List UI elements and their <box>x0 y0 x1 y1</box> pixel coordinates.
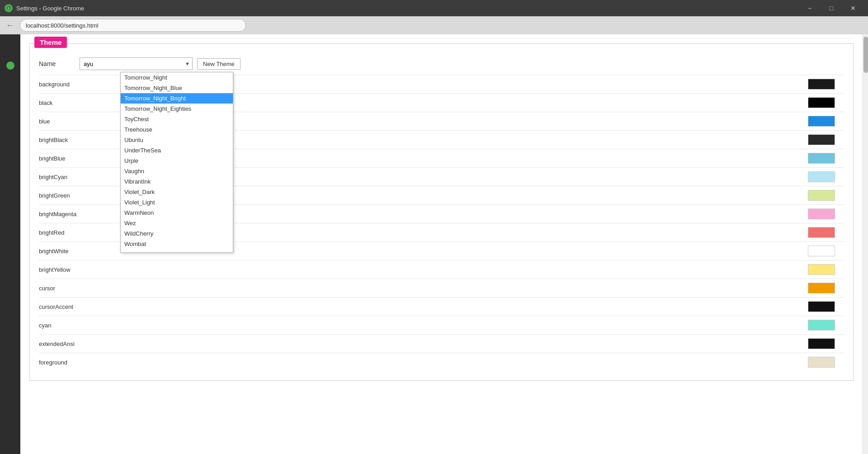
color-swatch[interactable] <box>808 264 835 275</box>
sidebar-strip <box>0 34 20 454</box>
top-spacer <box>29 34 854 39</box>
dropdown-item[interactable]: Vaughn <box>121 166 233 176</box>
dropdown-item[interactable]: Wombat <box>121 239 233 249</box>
color-row-label: background <box>39 81 129 88</box>
theme-select-value: ayu <box>84 61 93 67</box>
title-bar: S Settings - Google Chrome − □ ✕ <box>0 0 868 16</box>
color-row-label: brightBlack <box>39 137 129 143</box>
color-swatch[interactable] <box>808 208 835 219</box>
dropdown-item[interactable]: WildCherry <box>121 228 233 239</box>
window-title: Settings - Google Chrome <box>16 5 84 12</box>
new-theme-button[interactable]: New Theme <box>197 58 241 70</box>
color-row: cursor <box>39 279 844 297</box>
color-swatch[interactable] <box>808 190 835 201</box>
color-row-label: brightBlue <box>39 155 129 162</box>
dropdown-item[interactable]: Violet_Dark <box>121 187 233 197</box>
dropdown-item[interactable]: Urple <box>121 156 233 166</box>
color-swatch[interactable] <box>808 79 835 90</box>
color-swatch[interactable] <box>808 116 835 127</box>
sidebar-app-icon <box>6 61 14 70</box>
svg-text:S: S <box>7 6 9 10</box>
url-input[interactable] <box>20 19 246 32</box>
color-row-label: cyan <box>39 322 129 329</box>
dropdown-item[interactable]: WarmNeon <box>121 208 233 218</box>
color-row: brightYellow <box>39 260 844 279</box>
theme-section-label: Theme <box>34 37 67 48</box>
theme-dropdown: Tomorrow_NightTomorrow_Night_BlueTomorro… <box>120 72 233 253</box>
dropdown-item[interactable]: Tomorrow_Night_Blue <box>121 83 233 93</box>
dropdown-item[interactable]: Tomorrow_Night_Bright <box>121 93 233 104</box>
color-swatch[interactable] <box>808 338 835 349</box>
color-swatch[interactable] <box>808 320 835 331</box>
theme-select-display[interactable]: ayu <box>80 57 193 70</box>
color-row-label: extendedAnsi <box>39 340 129 347</box>
color-row-label: cursor <box>39 285 129 292</box>
color-row: foreground <box>39 353 844 371</box>
dropdown-item[interactable]: Wez <box>121 218 233 228</box>
color-swatch[interactable] <box>808 97 835 108</box>
name-row: Name ayu ▼ Tomorrow_NightTomorrow_Night_… <box>39 57 844 70</box>
color-row-label: brightYellow <box>39 266 129 273</box>
color-swatch[interactable] <box>808 153 835 164</box>
color-swatch[interactable] <box>808 227 835 238</box>
theme-select-wrapper: ayu ▼ Tomorrow_NightTomorrow_Night_BlueT… <box>80 57 193 70</box>
color-row: cyan <box>39 316 844 334</box>
right-scrollbar[interactable] <box>863 34 868 454</box>
color-swatch[interactable] <box>808 246 835 256</box>
color-swatch[interactable] <box>808 301 835 312</box>
color-row-label: brightRed <box>39 229 129 236</box>
back-button[interactable]: ← <box>4 19 16 32</box>
maximize-button[interactable]: □ <box>821 0 842 16</box>
scrollbar-thumb <box>863 37 868 73</box>
color-row-label: blue <box>39 118 129 125</box>
minimize-button[interactable]: − <box>799 0 820 16</box>
color-swatch[interactable] <box>808 283 835 293</box>
color-row-label: black <box>39 99 129 106</box>
address-bar: ← <box>0 16 868 34</box>
color-row-label: foreground <box>39 359 129 366</box>
color-row-label: brightWhite <box>39 248 129 255</box>
dropdown-item[interactable]: Ubuntu <box>121 135 233 145</box>
window-controls: − □ ✕ <box>799 0 863 16</box>
dropdown-item[interactable]: Tomorrow_Night_Eighties <box>121 104 233 114</box>
color-row-label: cursorAccent <box>39 303 129 310</box>
color-row-label: brightCyan <box>39 174 129 180</box>
dropdown-item[interactable]: VibrantInk <box>121 176 233 187</box>
dropdown-item[interactable]: ToyChest <box>121 114 233 124</box>
color-swatch[interactable] <box>808 357 835 368</box>
dropdown-item[interactable]: Tomorrow_Night <box>121 72 233 83</box>
close-button[interactable]: ✕ <box>843 0 863 16</box>
name-field-label: Name <box>39 60 75 67</box>
color-swatch[interactable] <box>808 134 835 145</box>
dropdown-list[interactable]: Tomorrow_NightTomorrow_Night_BlueTomorro… <box>121 72 233 252</box>
color-row-label: brightGreen <box>39 192 129 199</box>
color-row: cursorAccent <box>39 297 844 316</box>
theme-section: Theme Name ayu ▼ Tomorrow_NightTomorrow_… <box>29 43 854 381</box>
color-row-label: brightMagenta <box>39 211 129 218</box>
color-row: extendedAnsi <box>39 334 844 353</box>
dropdown-item[interactable]: Wryan <box>121 249 233 252</box>
dropdown-item[interactable]: Treehouse <box>121 124 233 135</box>
dropdown-item[interactable]: UnderTheSea <box>121 145 233 156</box>
dropdown-item[interactable]: Violet_Light <box>121 197 233 208</box>
app-icon: S <box>5 4 13 12</box>
title-bar-left: S Settings - Google Chrome <box>5 4 84 12</box>
color-swatch[interactable] <box>808 171 835 182</box>
